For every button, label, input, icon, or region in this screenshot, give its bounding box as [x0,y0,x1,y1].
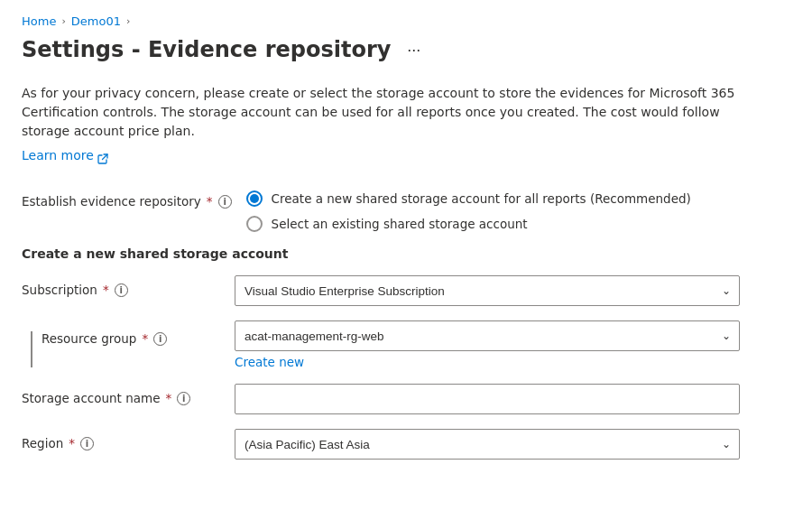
resource-group-label-text: Resource group [42,331,136,346]
subscription-info-icon[interactable]: i [115,283,128,297]
more-options-button[interactable]: ··· [401,39,426,61]
subscription-control: Visual Studio Enterprise Subscription ⌄ [235,275,740,306]
resource-group-dropdown[interactable]: acat-management-rg-web [235,320,740,351]
subscription-label-text: Subscription [22,283,97,297]
establish-required-star: * [207,194,213,209]
region-label: Region * i [22,429,220,450]
resource-group-required-star: * [142,331,148,346]
establish-label: Establish evidence repository * i [22,187,232,209]
region-row: Region * i (Asia Pacific) East Asia ⌄ [22,429,790,460]
form-section: Establish evidence repository * i Create… [22,187,790,460]
description-text: As for your privacy concern, please crea… [22,84,761,141]
storage-account-input[interactable] [235,384,740,414]
learn-more-label: Learn more [22,146,94,165]
resource-group-label-col: Resource group * i [22,320,220,367]
establish-repository-row: Establish evidence repository * i Create… [22,187,790,232]
resource-group-dropdown-wrapper: acat-management-rg-web ⌄ [235,320,740,351]
breadcrumb-demo01[interactable]: Demo01 [71,14,121,28]
storage-account-control [235,384,740,414]
breadcrumb-separator-1: › [61,15,65,27]
resource-group-label: Resource group * i [42,328,167,346]
page-title: Settings - Evidence repository [22,37,391,62]
description-block: As for your privacy concern, please crea… [22,84,761,165]
subscription-label: Subscription * i [22,275,220,297]
subsection-heading: Create a new shared storage account [22,246,790,261]
breadcrumb-home[interactable]: Home [22,14,56,28]
indent-line-wrapper: Resource group * i [22,328,220,367]
indent-line [31,331,32,367]
create-new-link[interactable]: Create new [235,355,740,369]
region-required-star: * [69,436,75,450]
storage-account-info-icon[interactable]: i [177,392,190,405]
subscription-required-star: * [103,283,109,297]
breadcrumb-separator-2: › [126,15,130,27]
radio-select-existing-label: Select an existing shared storage accoun… [272,217,528,231]
page-title-row: Settings - Evidence repository ··· [22,37,790,62]
region-info-icon[interactable]: i [80,437,94,450]
region-control: (Asia Pacific) East Asia ⌄ [235,429,740,460]
storage-account-label-text: Storage account name [22,391,160,405]
storage-account-required-star: * [165,391,171,405]
radio-create-new[interactable]: Create a new shared storage account for … [246,190,790,207]
external-link-icon [97,151,108,162]
resource-group-info-icon[interactable]: i [153,332,167,346]
establish-info-icon[interactable]: i [218,195,232,209]
region-label-text: Region [22,436,63,450]
establish-label-text: Establish evidence repository [22,194,201,209]
storage-account-label: Storage account name * i [22,384,220,405]
resource-group-control: acat-management-rg-web ⌄ Create new [235,320,740,369]
learn-more-link[interactable]: Learn more [22,146,108,165]
radio-select-existing-input[interactable] [246,216,263,232]
region-dropdown[interactable]: (Asia Pacific) East Asia [235,429,740,460]
storage-account-row: Storage account name * i [22,384,790,414]
region-dropdown-wrapper: (Asia Pacific) East Asia ⌄ [235,429,740,460]
radio-select-existing[interactable]: Select an existing shared storage accoun… [246,216,790,232]
radio-create-new-label: Create a new shared storage account for … [272,191,691,206]
resource-group-row: Resource group * i acat-management-rg-we… [22,320,790,369]
subscription-dropdown[interactable]: Visual Studio Enterprise Subscription [235,275,740,306]
radio-create-new-input[interactable] [246,190,263,207]
subscription-row: Subscription * i Visual Studio Enterpris… [22,275,790,306]
radio-group: Create a new shared storage account for … [246,187,790,232]
breadcrumb: Home › Demo01 › [22,14,790,28]
subscription-dropdown-wrapper: Visual Studio Enterprise Subscription ⌄ [235,275,740,306]
